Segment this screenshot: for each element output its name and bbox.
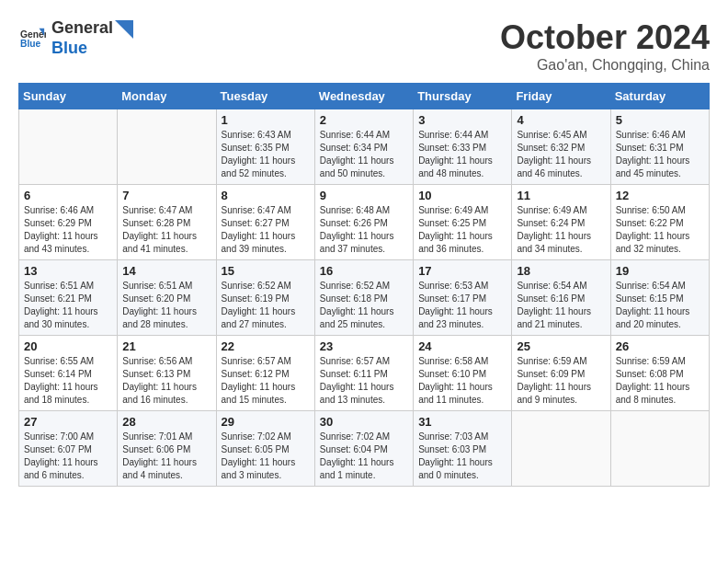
day-number: 10	[418, 189, 506, 202]
day-content: Sunrise: 6:55 AM Sunset: 6:14 PM Dayligh…	[24, 355, 112, 407]
calendar-cell	[512, 411, 610, 487]
calendar-cell: 27Sunrise: 7:00 AM Sunset: 6:07 PM Dayli…	[19, 411, 118, 487]
day-content: Sunrise: 6:59 AM Sunset: 6:08 PM Dayligh…	[616, 355, 704, 407]
calendar-cell: 22Sunrise: 6:57 AM Sunset: 6:12 PM Dayli…	[216, 336, 314, 411]
calendar-header-row: Sunday Monday Tuesday Wednesday Thursday…	[19, 84, 710, 109]
svg-text:Blue: Blue	[20, 39, 41, 49]
day-content: Sunrise: 6:49 AM Sunset: 6:24 PM Dayligh…	[517, 204, 605, 256]
calendar-cell: 5Sunrise: 6:46 AM Sunset: 6:31 PM Daylig…	[610, 109, 709, 185]
day-number: 5	[616, 113, 704, 127]
day-content: Sunrise: 6:51 AM Sunset: 6:21 PM Dayligh…	[24, 280, 112, 331]
logo-general: General	[51, 18, 113, 39]
page-header: General Blue General Blue October 2024 G…	[18, 18, 710, 74]
calendar-table: Sunday Monday Tuesday Wednesday Thursday…	[18, 83, 710, 487]
calendar-week-row: 1Sunrise: 6:43 AM Sunset: 6:35 PM Daylig…	[19, 109, 710, 185]
calendar-cell: 26Sunrise: 6:59 AM Sunset: 6:08 PM Dayli…	[610, 336, 709, 411]
day-content: Sunrise: 6:52 AM Sunset: 6:18 PM Dayligh…	[320, 280, 408, 331]
day-number: 2	[320, 113, 408, 127]
header-sunday: Sunday	[19, 84, 118, 109]
logo-icon: General Blue	[20, 24, 46, 50]
day-number: 23	[320, 339, 408, 353]
header-friday: Friday	[512, 84, 610, 109]
calendar-cell: 4Sunrise: 6:45 AM Sunset: 6:32 PM Daylig…	[512, 109, 610, 185]
calendar-week-row: 6Sunrise: 6:46 AM Sunset: 6:29 PM Daylig…	[19, 185, 710, 260]
day-content: Sunrise: 6:57 AM Sunset: 6:12 PM Dayligh…	[222, 355, 310, 407]
header-saturday: Saturday	[610, 84, 709, 109]
day-number: 12	[616, 189, 704, 202]
day-number: 24	[418, 339, 506, 353]
day-content: Sunrise: 6:54 AM Sunset: 6:16 PM Dayligh…	[517, 280, 605, 331]
calendar-cell: 18Sunrise: 6:54 AM Sunset: 6:16 PM Dayli…	[512, 260, 610, 336]
calendar-cell: 16Sunrise: 6:52 AM Sunset: 6:18 PM Dayli…	[314, 260, 413, 336]
day-content: Sunrise: 7:02 AM Sunset: 6:05 PM Dayligh…	[222, 431, 310, 482]
day-content: Sunrise: 6:49 AM Sunset: 6:25 PM Dayligh…	[418, 204, 506, 256]
day-number: 9	[320, 189, 408, 202]
day-number: 31	[418, 415, 506, 429]
header-monday: Monday	[118, 84, 216, 109]
day-content: Sunrise: 7:00 AM Sunset: 6:07 PM Dayligh…	[24, 431, 112, 482]
calendar-cell: 8Sunrise: 6:47 AM Sunset: 6:27 PM Daylig…	[216, 185, 314, 260]
day-number: 8	[222, 189, 310, 202]
calendar-cell: 29Sunrise: 7:02 AM Sunset: 6:05 PM Dayli…	[216, 411, 314, 487]
logo-chevron-icon	[115, 20, 133, 48]
day-number: 18	[517, 264, 605, 278]
day-number: 4	[517, 113, 605, 127]
day-number: 19	[616, 264, 704, 278]
calendar-cell	[610, 411, 709, 487]
day-content: Sunrise: 6:44 AM Sunset: 6:34 PM Dayligh…	[320, 129, 408, 180]
day-content: Sunrise: 7:02 AM Sunset: 6:04 PM Dayligh…	[320, 431, 408, 482]
header-wednesday: Wednesday	[314, 84, 413, 109]
day-content: Sunrise: 6:56 AM Sunset: 6:13 PM Dayligh…	[122, 355, 210, 407]
calendar-cell: 12Sunrise: 6:50 AM Sunset: 6:22 PM Dayli…	[610, 185, 709, 260]
logo-blue: Blue	[51, 39, 113, 59]
day-content: Sunrise: 6:58 AM Sunset: 6:10 PM Dayligh…	[418, 355, 506, 407]
day-content: Sunrise: 6:54 AM Sunset: 6:15 PM Dayligh…	[616, 280, 704, 331]
day-content: Sunrise: 6:51 AM Sunset: 6:20 PM Dayligh…	[122, 280, 210, 331]
calendar-cell: 7Sunrise: 6:47 AM Sunset: 6:28 PM Daylig…	[118, 185, 216, 260]
day-content: Sunrise: 6:50 AM Sunset: 6:22 PM Dayligh…	[616, 204, 704, 256]
calendar-cell: 23Sunrise: 6:57 AM Sunset: 6:11 PM Dayli…	[314, 336, 413, 411]
calendar-cell: 2Sunrise: 6:44 AM Sunset: 6:34 PM Daylig…	[314, 109, 413, 185]
day-content: Sunrise: 7:03 AM Sunset: 6:03 PM Dayligh…	[418, 431, 506, 482]
day-content: Sunrise: 6:47 AM Sunset: 6:27 PM Dayligh…	[222, 204, 310, 256]
day-number: 28	[122, 415, 210, 429]
day-number: 22	[222, 339, 310, 353]
calendar-cell: 30Sunrise: 7:02 AM Sunset: 6:04 PM Dayli…	[314, 411, 413, 487]
day-number: 6	[24, 189, 112, 202]
calendar-cell: 15Sunrise: 6:52 AM Sunset: 6:19 PM Dayli…	[216, 260, 314, 336]
day-content: Sunrise: 6:44 AM Sunset: 6:33 PM Dayligh…	[418, 129, 506, 180]
calendar-week-row: 20Sunrise: 6:55 AM Sunset: 6:14 PM Dayli…	[19, 336, 710, 411]
calendar-cell: 28Sunrise: 7:01 AM Sunset: 6:06 PM Dayli…	[118, 411, 216, 487]
day-content: Sunrise: 6:45 AM Sunset: 6:32 PM Dayligh…	[517, 129, 605, 180]
day-content: Sunrise: 7:01 AM Sunset: 6:06 PM Dayligh…	[122, 431, 210, 482]
location-subtitle: Gao'an, Chongqing, China	[500, 57, 710, 74]
header-tuesday: Tuesday	[216, 84, 314, 109]
svg-marker-3	[115, 20, 133, 39]
day-content: Sunrise: 6:46 AM Sunset: 6:31 PM Dayligh…	[616, 129, 704, 180]
calendar-cell: 24Sunrise: 6:58 AM Sunset: 6:10 PM Dayli…	[414, 336, 512, 411]
day-content: Sunrise: 6:53 AM Sunset: 6:17 PM Dayligh…	[418, 280, 506, 331]
day-number: 14	[122, 264, 210, 278]
header-thursday: Thursday	[414, 84, 512, 109]
day-content: Sunrise: 6:46 AM Sunset: 6:29 PM Dayligh…	[24, 204, 112, 256]
calendar-cell: 11Sunrise: 6:49 AM Sunset: 6:24 PM Dayli…	[512, 185, 610, 260]
calendar-cell	[118, 109, 216, 185]
calendar-cell: 21Sunrise: 6:56 AM Sunset: 6:13 PM Dayli…	[118, 336, 216, 411]
calendar-cell: 31Sunrise: 7:03 AM Sunset: 6:03 PM Dayli…	[414, 411, 512, 487]
month-title: October 2024	[500, 18, 710, 57]
logo: General Blue General Blue	[18, 18, 133, 58]
day-number: 25	[517, 339, 605, 353]
day-number: 7	[122, 189, 210, 202]
calendar-cell: 20Sunrise: 6:55 AM Sunset: 6:14 PM Dayli…	[19, 336, 118, 411]
calendar-cell: 25Sunrise: 6:59 AM Sunset: 6:09 PM Dayli…	[512, 336, 610, 411]
day-number: 21	[122, 339, 210, 353]
day-number: 30	[320, 415, 408, 429]
day-number: 1	[222, 113, 310, 127]
day-number: 3	[418, 113, 506, 127]
calendar-cell: 13Sunrise: 6:51 AM Sunset: 6:21 PM Dayli…	[19, 260, 118, 336]
calendar-cell: 3Sunrise: 6:44 AM Sunset: 6:33 PM Daylig…	[414, 109, 512, 185]
day-content: Sunrise: 6:48 AM Sunset: 6:26 PM Dayligh…	[320, 204, 408, 256]
calendar-cell: 9Sunrise: 6:48 AM Sunset: 6:26 PM Daylig…	[314, 185, 413, 260]
calendar-cell	[19, 109, 118, 185]
calendar-week-row: 13Sunrise: 6:51 AM Sunset: 6:21 PM Dayli…	[19, 260, 710, 336]
